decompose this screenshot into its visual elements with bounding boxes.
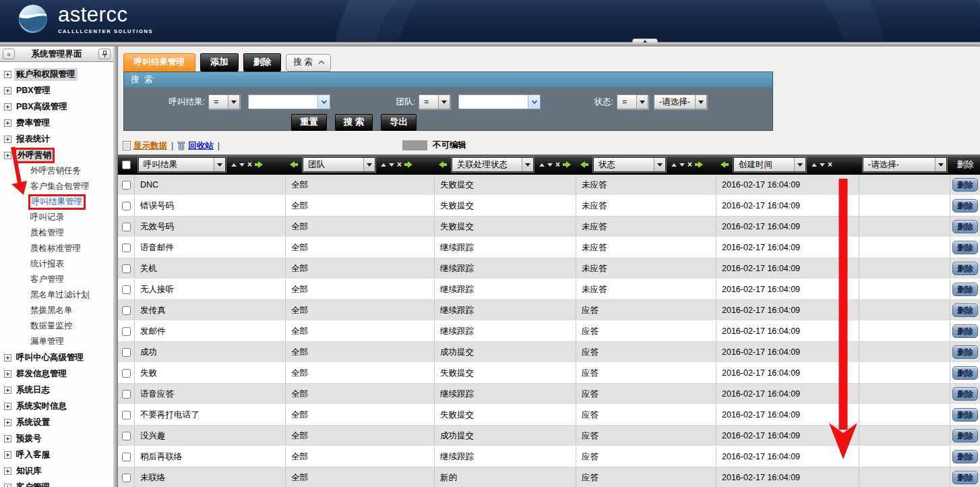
row-delete-button[interactable]: 删除 <box>952 450 978 463</box>
move-column-left-icon[interactable] <box>290 161 298 168</box>
sidebar-item[interactable]: 报表统计 <box>4 131 113 147</box>
sidebar-subitem[interactable]: 质检管理 <box>4 225 113 241</box>
export-button[interactable]: 导出 <box>381 114 417 131</box>
column-select-status[interactable]: 状态 <box>593 157 666 172</box>
expand-plus-icon[interactable] <box>4 386 11 394</box>
add-button[interactable]: 添加 <box>200 53 239 71</box>
column-select-row-selector[interactable]: -请选择- <box>863 157 947 172</box>
sidebar-subitem[interactable]: 呼叫记录 <box>4 210 113 225</box>
row-delete-button[interactable]: 删除 <box>952 304 978 317</box>
column-select-call-result[interactable]: 呼叫结果 <box>138 157 226 172</box>
sidebar-subitem[interactable]: 数据量监控 <box>4 318 113 334</box>
sort-descending-icon[interactable] <box>547 163 553 167</box>
sidebar-item[interactable]: 系统设置 <box>4 414 113 430</box>
row-checkbox[interactable] <box>122 453 131 461</box>
search-button[interactable]: 搜 索 <box>335 114 373 131</box>
row-delete-button[interactable]: 删除 <box>952 408 978 422</box>
expand-plus-icon[interactable] <box>4 103 11 111</box>
sort-ascending-icon[interactable] <box>381 163 386 167</box>
remove-sort-icon[interactable]: × <box>397 161 402 168</box>
team-value-combo[interactable] <box>458 94 541 109</box>
row-delete-button[interactable]: 删除 <box>952 262 978 275</box>
expand-plus-icon[interactable] <box>4 403 11 410</box>
expand-plus-icon[interactable] <box>4 354 11 362</box>
call-result-operator-select[interactable]: = <box>208 94 240 109</box>
sidebar-item[interactable]: 呼入客服 <box>4 447 113 463</box>
expand-plus-icon[interactable] <box>4 152 11 159</box>
row-checkbox[interactable] <box>122 411 131 420</box>
sort-ascending-icon[interactable] <box>231 163 237 167</box>
status-value-select[interactable]: -请选择- <box>654 94 707 109</box>
sort-descending-icon[interactable] <box>389 163 394 167</box>
sidebar-item[interactable]: 群发信息管理 <box>4 366 113 382</box>
expand-plus-icon[interactable] <box>4 484 11 487</box>
sidebar-item[interactable]: PBX管理 <box>4 82 113 98</box>
row-delete-button[interactable]: 删除 <box>952 199 978 212</box>
tab-call-result-management[interactable]: 呼叫结果管理 <box>123 53 195 71</box>
sort-descending-icon[interactable] <box>679 163 685 167</box>
move-column-right-icon[interactable] <box>255 161 263 168</box>
move-column-right-icon[interactable] <box>695 161 703 168</box>
sidebar-item[interactable]: 呼叫中心高级管理 <box>4 349 113 366</box>
sidebar-subitem[interactable]: 漏单管理 <box>4 334 113 349</box>
sidebar-item[interactable]: 系统实时信息 <box>4 398 113 414</box>
row-delete-button[interactable]: 删除 <box>952 429 978 442</box>
remove-sort-icon[interactable]: × <box>828 161 832 168</box>
sidebar-subitem[interactable]: 质检标准管理 <box>4 241 113 256</box>
sidebar-collapse-button[interactable]: « <box>3 49 15 59</box>
expand-plus-icon[interactable] <box>4 119 11 127</box>
sidebar-item[interactable]: 账户和权限管理 <box>4 66 113 82</box>
sidebar-subitem[interactable]: 黑名单过滤计划 <box>4 287 113 303</box>
move-column-right-icon[interactable] <box>404 161 412 168</box>
expand-plus-icon[interactable] <box>4 370 11 378</box>
row-delete-button[interactable]: 删除 <box>952 220 978 233</box>
row-checkbox[interactable] <box>122 348 131 357</box>
sidebar-pin-button[interactable] <box>98 49 111 59</box>
row-checkbox[interactable] <box>122 369 131 378</box>
column-select-team[interactable]: 团队 <box>303 157 375 172</box>
delete-button[interactable]: 删除 <box>243 53 282 71</box>
remove-sort-icon[interactable]: × <box>687 161 692 168</box>
expand-plus-icon[interactable] <box>4 467 11 475</box>
row-checkbox[interactable] <box>122 390 131 399</box>
row-checkbox[interactable] <box>122 327 131 336</box>
move-column-right-icon[interactable] <box>563 161 571 168</box>
row-delete-button[interactable]: 删除 <box>952 283 978 296</box>
sidebar-item[interactable]: 预拨号 <box>4 430 113 447</box>
sidebar-subitem[interactable]: 统计报表 <box>4 256 113 272</box>
sort-ascending-icon[interactable] <box>539 163 545 167</box>
row-checkbox[interactable] <box>122 223 131 231</box>
search-toggle-button[interactable]: 搜 索 <box>286 54 330 71</box>
sort-descending-icon[interactable] <box>239 163 245 167</box>
row-checkbox[interactable] <box>122 264 131 273</box>
reset-button[interactable]: 重置 <box>291 114 327 131</box>
sort-descending-icon[interactable] <box>820 163 825 167</box>
remove-sort-icon[interactable]: × <box>247 161 252 168</box>
horizontal-splitter[interactable] <box>0 42 980 47</box>
sort-ascending-icon[interactable] <box>671 163 677 167</box>
row-checkbox[interactable] <box>122 306 131 315</box>
sidebar-item[interactable]: 系统日志 <box>4 382 113 398</box>
row-checkbox[interactable] <box>122 202 131 210</box>
sidebar-item[interactable]: 外呼营销 <box>4 147 113 163</box>
sidebar-item[interactable]: 客户管理 <box>4 479 113 487</box>
show-data-link[interactable]: 显示数据 <box>123 140 167 152</box>
column-select-created-time[interactable]: 创建时间 <box>733 157 806 172</box>
expand-plus-icon[interactable] <box>4 71 11 78</box>
recycle-bin-link[interactable]: 回收站 <box>177 140 214 152</box>
row-delete-button[interactable]: 删除 <box>952 387 978 401</box>
sidebar-item[interactable]: 费率管理 <box>4 115 113 131</box>
call-result-value-combo[interactable] <box>248 94 330 109</box>
sort-ascending-icon[interactable] <box>811 163 817 167</box>
move-column-left-icon[interactable] <box>580 161 588 168</box>
row-checkbox[interactable] <box>122 474 131 482</box>
expand-plus-icon[interactable] <box>4 451 11 459</box>
row-delete-button[interactable]: 删除 <box>952 241 978 254</box>
vertical-splitter[interactable] <box>113 47 118 487</box>
select-all-checkbox[interactable] <box>122 161 131 169</box>
row-checkbox[interactable] <box>122 181 131 190</box>
status-operator-select[interactable]: = <box>617 94 648 109</box>
move-column-left-icon[interactable] <box>721 161 729 168</box>
expand-plus-icon[interactable] <box>4 435 11 442</box>
row-delete-button[interactable]: 删除 <box>952 345 978 359</box>
